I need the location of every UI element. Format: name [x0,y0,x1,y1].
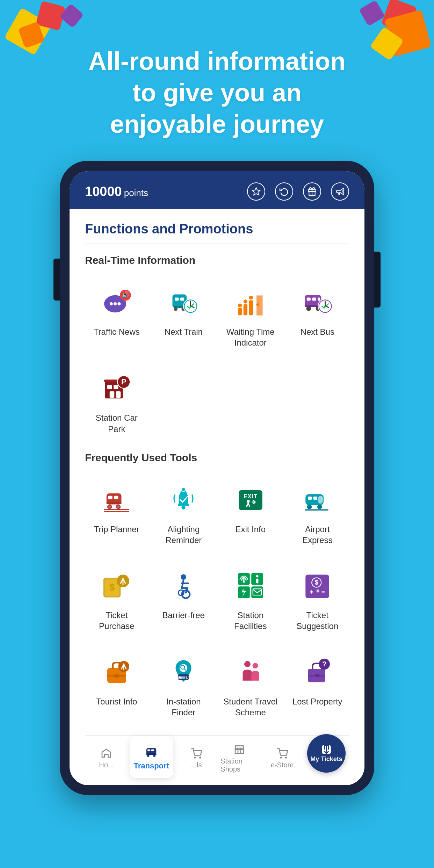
station-facilities-item[interactable]: Station Facilities [219,559,282,638]
tools-grid-1: Trip Planner [85,473,349,552]
facilities-icon-box [231,566,270,605]
svg-rect-89 [256,579,259,584]
svg-rect-23 [244,304,247,316]
svg-rect-32 [312,298,316,301]
svg-point-74 [317,504,322,509]
finder-icon-box: Admiralty [164,653,203,691]
ticket-purchase-item[interactable]: $ Ticket Purchase [85,559,149,638]
svg-point-8 [117,302,121,305]
megaphone-button[interactable] [331,182,349,201]
student-travel-item[interactable]: Student Travel Scheme [219,646,282,725]
svg-rect-12 [175,298,179,301]
svg-point-27 [249,296,253,299]
svg-point-88 [256,575,259,578]
refresh-button[interactable] [275,182,293,201]
svg-point-15 [174,307,178,311]
svg-point-73 [307,504,312,509]
realtime-grid: 🔊 Traffic News [85,276,349,355]
nav-home[interactable]: Ho... [85,739,128,778]
lost-property-item[interactable]: ? Lost Property [286,646,349,725]
svg-point-124 [200,757,201,758]
exit-icon-box: EXIT [231,480,270,519]
shops-nav-label: Station Shops [220,757,258,773]
svg-point-57 [117,506,120,508]
svg-point-81 [181,574,186,580]
transport-nav-label: Transport [133,761,169,771]
phone-screen: 10000points [70,171,364,785]
trip-planner-label: Trip Planner [94,524,139,535]
barrier-free-item[interactable]: Barrier-free [152,559,216,638]
hero-text: All-round information to give you an enj… [0,0,434,161]
waiting-time-item[interactable]: Waiting Time Indicator [219,276,282,355]
svg-point-25 [238,303,242,307]
svg-point-111 [252,663,258,668]
svg-text:?: ? [322,660,326,668]
alighting-reminder-item[interactable]: Alighting Reminder [152,473,216,552]
svg-point-128 [285,757,287,758]
header-icons-group [247,182,349,201]
svg-point-7 [114,302,117,305]
nav-estore[interactable]: e-Store [261,739,304,778]
station-carpark-item[interactable]: P Station Car Park [85,362,149,441]
tools-grid-2: $ Ticket Purchase [85,559,349,638]
svg-rect-44 [114,385,118,389]
svg-point-70 [318,496,323,504]
svg-rect-119 [151,749,154,751]
content-area: Functions and Promotions Real-Time Infor… [70,209,364,785]
svg-rect-43 [107,385,112,389]
suggestion-label: Ticket Suggestion [289,610,346,631]
svg-rect-22 [238,308,242,315]
alighting-icon-box [164,480,203,519]
next-train-label: Next Train [165,326,203,337]
svg-rect-120 [146,753,157,754]
alighting-label: Alighting Reminder [155,524,212,545]
svg-point-121 [147,755,150,757]
tourist-icon-box [97,653,136,691]
svg-rect-99 [317,589,319,592]
svg-text:$: $ [315,579,318,586]
svg-marker-0 [252,188,260,195]
my-tickets-button[interactable]: My Tickets [307,734,346,773]
svg-rect-72 [313,497,317,500]
airport-express-item[interactable]: Airport Express [286,473,349,552]
lost-property-label: Lost Property [292,696,342,707]
svg-rect-45 [110,391,115,398]
phone-mockup: 10000points [60,161,374,795]
nav-station-shops[interactable]: Station Shops [218,739,261,778]
exit-info-label: Exit Info [235,524,266,535]
svg-text:P: P [121,377,126,386]
points-display: 10000points [85,184,148,199]
svg-point-127 [280,757,281,758]
student-icon-box [231,653,270,691]
star-button[interactable] [247,182,265,201]
svg-rect-51 [108,496,112,499]
airport-express-label: Airport Express [289,524,346,545]
tourist-info-item[interactable]: Tourist Info [85,646,149,725]
gift-button[interactable] [303,182,321,201]
exit-info-item[interactable]: EXIT Exit Info [219,473,282,552]
svg-rect-71 [308,497,312,500]
nav-transport[interactable]: Transport [130,736,173,778]
svg-rect-13 [180,298,184,301]
nav-deals[interactable]: ...ls [175,739,218,778]
tools-grid-3: Tourist Info [85,646,349,725]
svg-rect-31 [307,298,311,301]
ticket-purchase-icon-box: $ [97,566,136,605]
next-bus-item[interactable]: Next Bus [286,276,349,355]
svg-point-86 [243,581,245,583]
ticket-purchase-label: Ticket Purchase [88,610,145,631]
traffic-news-item[interactable]: 🔊 Traffic News [85,276,149,355]
station-facilities-label: Station Facilities [222,610,279,631]
student-label: Student Travel Scheme [222,696,279,718]
svg-point-26 [244,299,247,303]
bottom-nav: Ho... Transport [85,735,349,785]
ticket-suggestion-item[interactable]: $ Ticket Suggestion [286,559,349,638]
trip-planner-item[interactable]: Trip Planner [85,473,149,552]
lost-icon-box: ? [298,653,337,691]
trip-planner-icon-box [97,480,136,519]
next-train-item[interactable]: Next Train [152,276,216,355]
svg-point-3 [342,191,344,192]
barrier-free-label: Barrier-free [162,610,205,621]
instation-finder-item[interactable]: Admiralty In-station Finder [152,646,216,725]
next-train-icon-box [164,283,203,321]
